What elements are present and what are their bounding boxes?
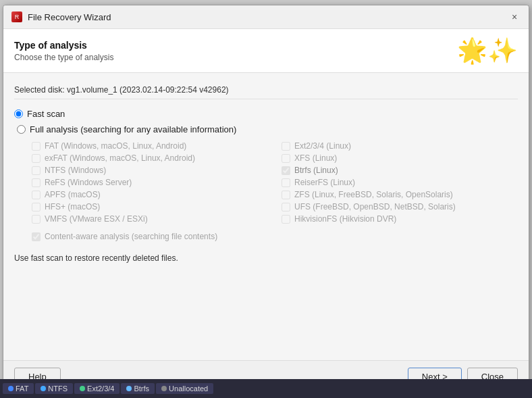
filesystem-right-col: Ext2/3/4 (Linux) XFS (Linux) Btrfs (Linu… [282, 140, 518, 225]
fast-scan-radio[interactable] [14, 109, 23, 118]
taskbar-btrfs-dot [126, 386, 132, 391]
fs-ntfs-checkbox[interactable] [32, 166, 41, 175]
taskbar: FAT NTFS Ext2/3/4 Btrfs Unallocated [0, 379, 532, 398]
fs-ext-label: Ext2/3/4 (Linux) [294, 141, 351, 151]
content-area: Selected disk: vg1.volume_1 (2023.02.14-… [3, 73, 529, 360]
title-bar: R File Recovery Wizard × [3, 5, 529, 29]
wizard-icon: 🌟✨ [457, 39, 518, 63]
fs-ext[interactable]: Ext2/3/4 (Linux) [282, 140, 518, 152]
fs-hfsplus-checkbox[interactable] [32, 203, 41, 212]
fs-ufs[interactable]: UFS (FreeBSD, OpenBSD, NetBSD, Solaris) [282, 201, 518, 213]
fs-exfat[interactable]: exFAT (Windows, macOS, Linux, Android) [32, 152, 268, 164]
dialog-window: R File Recovery Wizard × Type of analysi… [3, 5, 529, 393]
title-bar-left: R File Recovery Wizard [11, 11, 111, 22]
fs-hfsplus[interactable]: HFS+ (macOS) [32, 201, 268, 213]
content-aware-option[interactable]: Content-aware analysis (searching file c… [32, 232, 518, 241]
header-text: Type of analysis Choose the type of anal… [14, 40, 113, 62]
taskbar-ext-dot [80, 386, 85, 391]
fs-zfs-label: ZFS (Linux, FreeBSD, Solaris, OpenSolari… [294, 190, 453, 199]
fast-scan-text: Fast scan [27, 109, 65, 119]
fs-vmfs[interactable]: VMFS (VMware ESX / ESXi) [32, 213, 268, 225]
fs-apfs-checkbox[interactable] [32, 191, 41, 199]
taskbar-ext-label: Ext2/3/4 [87, 384, 114, 393]
taskbar-ntfs-dot [41, 386, 46, 391]
fs-refs-label: ReFS (Windows Server) [45, 178, 132, 187]
fs-ext-checkbox[interactable] [282, 142, 290, 151]
window-title: File Recovery Wizard [28, 12, 111, 22]
fs-reiserfs-label: ReiserFS (Linux) [294, 178, 355, 187]
filesystem-grid: FAT (Windows, macOS, Linux, Android) exF… [32, 140, 518, 225]
fs-zfs-checkbox[interactable] [282, 191, 290, 199]
hint-text: Use fast scan to restore recently delete… [14, 248, 518, 263]
fs-reiserfs-checkbox[interactable] [282, 178, 290, 187]
full-analysis-radio[interactable] [17, 125, 26, 134]
fs-btrfs-label: Btrfs (Linux) [294, 166, 338, 175]
fs-ufs-label: UFS (FreeBSD, OpenBSD, NetBSD, Solaris) [294, 202, 456, 212]
fs-xfs[interactable]: XFS (Linux) [282, 152, 518, 164]
header-title: Type of analysis [14, 40, 113, 51]
fs-hikvision[interactable]: HikvisionFS (Hikvision DVR) [282, 213, 518, 225]
taskbar-fat[interactable]: FAT [3, 383, 34, 394]
fs-apfs[interactable]: APFS (macOS) [32, 189, 268, 201]
fs-vmfs-checkbox[interactable] [32, 215, 41, 224]
full-analysis-section: Full analysis (searching for any availab… [17, 124, 518, 241]
fs-hikvision-checkbox[interactable] [282, 215, 290, 224]
selected-disk-label: Selected disk: vg1.volume_1 (2023.02.14-… [14, 81, 518, 99]
fs-ntfs[interactable]: NTFS (Windows) [32, 164, 268, 176]
header-subtitle: Choose the type of analysis [14, 53, 113, 62]
filesystem-left-col: FAT (Windows, macOS, Linux, Android) exF… [32, 140, 268, 225]
fs-btrfs[interactable]: Btrfs (Linux) [282, 164, 518, 176]
fs-reiserfs[interactable]: ReiserFS (Linux) [282, 176, 518, 189]
fs-xfs-checkbox[interactable] [282, 154, 290, 163]
fs-apfs-label: APFS (macOS) [45, 190, 101, 199]
fs-xfs-label: XFS (Linux) [294, 153, 337, 163]
taskbar-ntfs[interactable]: NTFS [35, 383, 73, 394]
fs-exfat-label: exFAT (Windows, macOS, Linux, Android) [45, 153, 195, 163]
full-analysis-option[interactable]: Full analysis (searching for any availab… [17, 124, 518, 134]
app-icon: R [11, 11, 22, 22]
fs-fat-label: FAT (Windows, macOS, Linux, Android) [45, 141, 186, 151]
window-close-button[interactable]: × [508, 11, 521, 23]
fs-refs-checkbox[interactable] [32, 178, 41, 187]
fast-scan-option[interactable]: Fast scan [14, 109, 518, 119]
taskbar-ntfs-label: NTFS [48, 384, 68, 393]
fs-fat[interactable]: FAT (Windows, macOS, Linux, Android) [32, 140, 268, 152]
fs-ntfs-label: NTFS (Windows) [45, 166, 106, 175]
fast-scan-label[interactable]: Fast scan [14, 109, 518, 119]
header-section: Type of analysis Choose the type of anal… [3, 29, 529, 73]
fs-zfs[interactable]: ZFS (Linux, FreeBSD, Solaris, OpenSolari… [282, 189, 518, 201]
fs-hikvision-label: HikvisionFS (Hikvision DVR) [294, 214, 396, 224]
taskbar-unalloc[interactable]: Unallocated [156, 383, 213, 394]
taskbar-btrfs-label: Btrfs [134, 384, 149, 393]
taskbar-unalloc-label: Unallocated [169, 384, 208, 393]
full-analysis-text: Full analysis (searching for any availab… [30, 124, 236, 134]
fs-vmfs-label: VMFS (VMware ESX / ESXi) [45, 214, 148, 224]
fs-exfat-checkbox[interactable] [32, 154, 41, 163]
taskbar-btrfs[interactable]: Btrfs [121, 383, 155, 394]
fs-btrfs-checkbox[interactable] [282, 166, 290, 175]
fs-hfsplus-label: HFS+ (macOS) [45, 202, 100, 212]
fs-fat-checkbox[interactable] [32, 142, 41, 151]
content-aware-checkbox[interactable] [32, 232, 41, 241]
fs-refs[interactable]: ReFS (Windows Server) [32, 176, 268, 189]
fs-ufs-checkbox[interactable] [282, 203, 290, 212]
content-aware-label: Content-aware analysis (searching file c… [45, 232, 217, 241]
taskbar-ext[interactable]: Ext2/3/4 [74, 383, 119, 394]
taskbar-unalloc-dot [161, 386, 167, 391]
taskbar-fat-label: FAT [16, 384, 28, 393]
taskbar-fat-dot [8, 386, 14, 391]
